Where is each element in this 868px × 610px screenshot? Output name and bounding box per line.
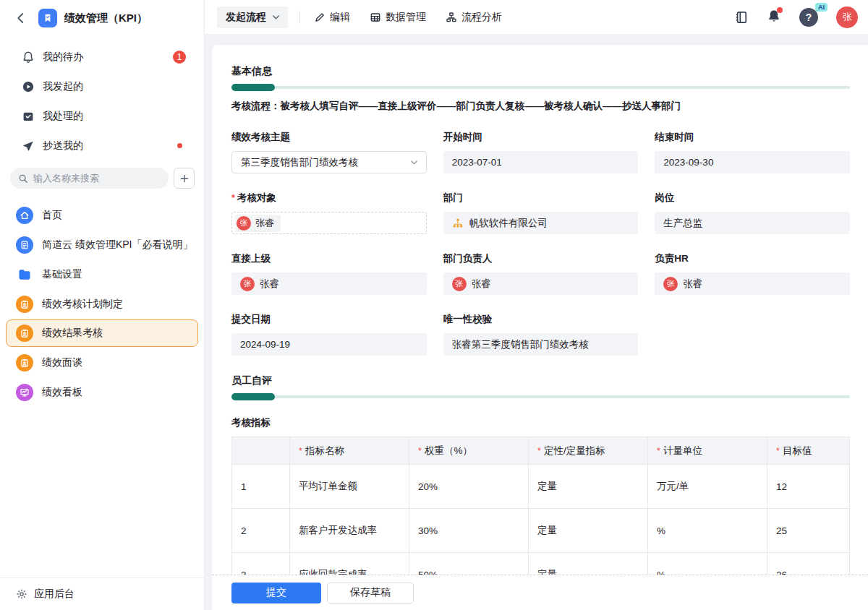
sidebar-item-label: 绩效看板 (42, 386, 82, 399)
field-submit-date-label: 提交日期 (231, 313, 427, 326)
sidebar-item-cc-me[interactable]: 抄送我的 (0, 131, 204, 160)
field-start-date-label: 开始时间 (443, 131, 639, 144)
field-uniqueness-label: 唯一性校验 (443, 313, 639, 326)
search-placeholder: 输入名称来搜索 (33, 172, 99, 185)
kpi-col-header: *目标值 (767, 437, 850, 465)
position-value: 生产总监 (655, 212, 850, 234)
flow-analysis-button[interactable]: 流程分析 (446, 11, 502, 24)
app-title: 绩效管理（KPI） (64, 12, 148, 25)
sidebar-item-label: 抄送我的 (43, 139, 177, 152)
kpi-col-header: *定性/定量指标 (529, 437, 648, 465)
row-index: 3 (232, 553, 290, 575)
sidebar-item-interview[interactable]: 绩效面谈 (0, 348, 204, 377)
member-name: 张睿 (472, 278, 491, 291)
sidebar-item-board[interactable]: 绩效看板 (0, 377, 204, 407)
required-asterisk: * (537, 446, 541, 456)
progress-track (231, 86, 850, 89)
kpi-col-index (232, 437, 290, 465)
kpi-col-header: *计量单位 (648, 437, 767, 465)
field-position: 岗位 生产总监 (655, 192, 850, 234)
sidebar-item-label: 绩效考核计划制定 (42, 298, 123, 311)
department-name: 帆软软件有限公司 (469, 217, 548, 230)
flow-icon (446, 12, 457, 23)
target-member-picker[interactable]: 张 张睿 (231, 212, 427, 234)
kpi-cell[interactable]: % (648, 553, 767, 575)
topbar: 发起流程 编辑数据管理流程分析 ? AI 张 (205, 0, 868, 35)
required-asterisk: * (776, 446, 780, 456)
table-row: 2新客户开发达成率30%定量%25 (232, 509, 850, 553)
help-button[interactable]: ? AI (799, 8, 818, 27)
submit-button[interactable]: 提交 (231, 583, 321, 603)
sidebar-item-label: 简道云 绩效管理KPI「必看说明」 (42, 239, 192, 252)
form-footer: 提交 保存草稿 (212, 575, 868, 610)
kpi-table: *指标名称*权重（%）*定性/定量指标*计量单位*目标值 1平均订单金额20%定… (231, 437, 850, 575)
field-supervisor-label: 直接上级 (231, 252, 427, 265)
gear-icon (16, 588, 27, 600)
section-self-progress (231, 393, 850, 400)
row-index: 2 (232, 509, 290, 553)
field-target: * 考核对象 张 张睿 (231, 192, 427, 234)
search-input[interactable]: 输入名称来搜索 (10, 168, 169, 189)
edit-button[interactable]: 编辑 (314, 11, 350, 24)
field-start-date: 开始时间 2023-07-01 (443, 131, 639, 173)
edit-label: 编辑 (330, 11, 350, 24)
clipboard-icon (16, 325, 33, 342)
field-submit-date: 提交日期 2024-09-19 (231, 313, 427, 356)
notification-dot (777, 7, 783, 13)
kpi-table-label: 考核指标 (231, 416, 850, 429)
sidebar-item-todo[interactable]: 我的待办1 (0, 42, 204, 72)
sidebar-item-label: 我处理的 (43, 110, 186, 123)
sidebar-item-guide[interactable]: 简道云 绩效管理KPI「必看说明」 (0, 230, 204, 259)
member-tag: 张 张睿 (235, 215, 281, 232)
sidebar-item-plan[interactable]: 绩效考核计划制定 (0, 289, 204, 319)
kpi-cell[interactable]: 20% (409, 465, 529, 509)
start-flow-button[interactable]: 发起流程 (217, 7, 288, 28)
field-position-label: 岗位 (655, 192, 850, 205)
org-tree-icon (452, 218, 464, 229)
notebook-icon[interactable] (734, 10, 749, 25)
sidebar-item-result[interactable]: 绩效结果考核 (6, 319, 198, 347)
user-avatar[interactable]: 张 (836, 7, 858, 28)
back-icon[interactable] (14, 12, 27, 25)
topbar-right: ? AI 张 (734, 7, 858, 28)
kpi-cell[interactable]: 平均订单金额 (290, 465, 409, 509)
department-value: 帆软软件有限公司 (443, 212, 639, 234)
table-row: 1平均订单金额20%定量万元/单12 (232, 465, 850, 509)
field-dept-head: 部门负责人 张 张睿 (443, 252, 639, 295)
end-date-value: 2023-09-30 (655, 151, 850, 173)
sidebar-item-initiated[interactable]: 我发起的 (0, 72, 204, 101)
section-self-title: 员工自评 (231, 374, 850, 387)
kpi-cell[interactable]: 50% (409, 553, 529, 575)
send-icon (22, 139, 35, 152)
kpi-cell[interactable]: 26 (767, 553, 850, 575)
home-icon (16, 207, 33, 224)
kpi-cell[interactable]: 12 (767, 465, 850, 509)
kpi-cell[interactable]: 万元/单 (648, 465, 767, 509)
sidebar-item-home[interactable]: 首页 (0, 200, 204, 230)
kpi-cell[interactable]: % (648, 509, 767, 553)
folder-icon (16, 266, 33, 283)
kpi-cell[interactable]: 定量 (529, 465, 648, 509)
app-backend-button[interactable]: 应用后台 (0, 577, 204, 610)
sidebar-item-basic-settings[interactable]: 基础设置 (0, 259, 204, 289)
kpi-cell[interactable]: 应收回款完成率 (290, 553, 409, 575)
save-draft-button[interactable]: 保存草稿 (327, 583, 414, 603)
kpi-cell[interactable]: 30% (409, 509, 529, 553)
sidebar-item-label: 基础设置 (42, 268, 82, 281)
edit-icon (314, 12, 326, 23)
kpi-cell[interactable]: 新客户开发达成率 (290, 509, 409, 553)
member-chip: 张 张睿 (452, 277, 491, 291)
add-app-button[interactable] (174, 168, 195, 189)
data-manage-button[interactable]: 数据管理 (370, 11, 426, 24)
flow-note: 考核流程：被考核人填写自评——直接上级评价——部门负责人复核——被考核人确认——… (231, 100, 850, 113)
notifications-button[interactable] (767, 9, 781, 26)
kpi-cell[interactable]: 定量 (529, 509, 648, 553)
sidebar-item-processed[interactable]: 我处理的 (0, 101, 204, 131)
kpi-cell[interactable]: 25 (767, 509, 850, 553)
topic-select[interactable]: 第三季度销售部门绩效考核 (231, 151, 427, 173)
kpi-cell[interactable]: 定量 (529, 553, 648, 575)
sidebar-menu: 首页简道云 绩效管理KPI「必看说明」基础设置绩效考核计划制定绩效结果考核绩效面… (0, 200, 204, 407)
member-avatar: 张 (663, 277, 678, 291)
start-flow-label: 发起流程 (226, 11, 266, 24)
submit-date-value: 2024-09-19 (231, 333, 427, 356)
